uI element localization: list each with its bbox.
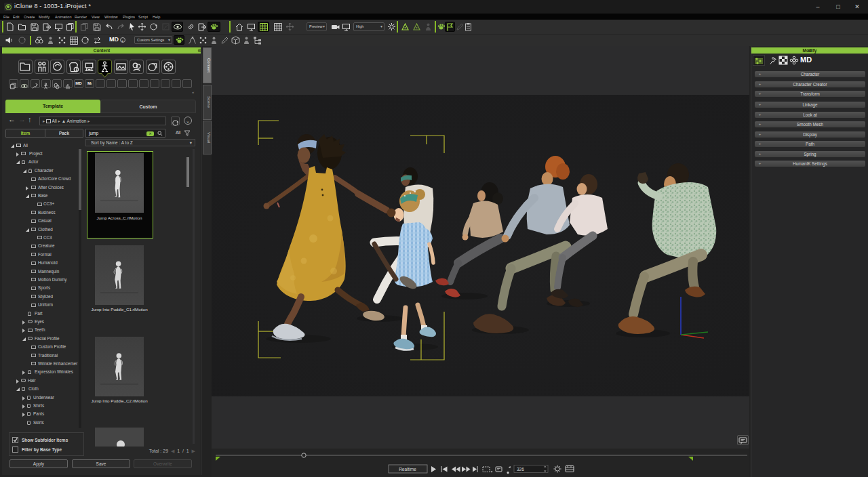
svg-text:Realtime: Realtime <box>399 467 416 472</box>
svg-text:326: 326 <box>517 467 524 472</box>
